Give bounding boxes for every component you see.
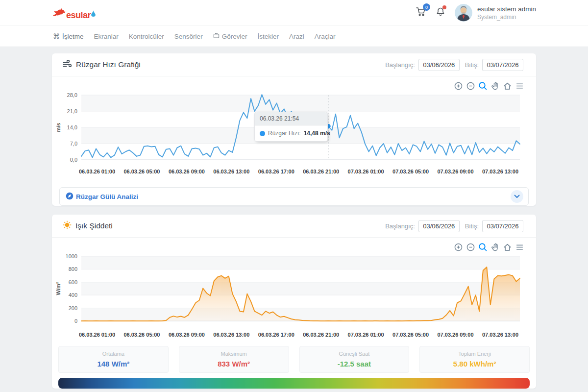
nav-item-arazi[interactable]: Arazi <box>288 33 305 40</box>
nav-item-ekranlar[interactable]: Ekranlar <box>93 33 120 40</box>
svg-text:06.03.26 13:00: 06.03.26 13:00 <box>213 169 249 174</box>
svg-text:06.03.26 09:00: 06.03.26 09:00 <box>169 169 205 174</box>
svg-text:06.03.26 01:00: 06.03.26 01:00 <box>79 169 115 174</box>
svg-text:0: 0 <box>74 318 77 324</box>
wind-end-date-input[interactable] <box>482 59 523 71</box>
nav-item-gorevler[interactable]: Görevler <box>212 32 248 40</box>
stat-gunesli-saat: Güneşli Saat -12.5 saat <box>299 346 410 373</box>
svg-text:W/m²: W/m² <box>55 282 61 295</box>
briefcase-icon <box>213 32 220 40</box>
svg-text:06.03.26 21:00: 06.03.26 21:00 <box>303 169 339 174</box>
svg-text:07.03.26 01:00: 07.03.26 01:00 <box>348 332 384 338</box>
menu-icon[interactable] <box>515 81 524 91</box>
user-menu[interactable]: esular sistem admin System_admin <box>455 4 536 22</box>
nav-item-sensorler[interactable]: Sensörler <box>173 33 204 40</box>
stat-gunesli-saat-value: -12.5 saat <box>338 360 371 368</box>
app-logo[interactable]: esular <box>52 6 96 20</box>
user-name: esular sistem admin <box>477 5 536 13</box>
svg-text:m/s: m/s <box>55 123 61 132</box>
avatar <box>455 4 472 22</box>
series-marker-dot <box>260 131 265 136</box>
selection-zoom-icon[interactable] <box>478 81 488 91</box>
stat-maksimum-value: 833 W/m² <box>218 360 250 368</box>
svg-text:06.03.26 05:00: 06.03.26 05:00 <box>123 332 160 338</box>
wind-start-date-input[interactable] <box>418 59 460 71</box>
nav-item-araclar[interactable]: Araçlar <box>314 33 337 40</box>
pan-icon[interactable] <box>490 243 500 252</box>
light-chart[interactable]: 10008006004002000W/m²06.03.26 01:0006.03… <box>52 252 536 342</box>
wind-rose-accordion[interactable]: Rüzgar Gülü Analizi <box>59 187 529 206</box>
wind-chart-area: 28,021,014,07,00,0m/s06.03.26 01:0006.03… <box>52 91 536 178</box>
zoom-in-icon[interactable] <box>454 243 463 252</box>
stat-toplam-enerji-value: 5.80 kWh/m² <box>453 360 496 368</box>
svg-text:06.03.26 01:00: 06.03.26 01:00 <box>79 332 115 338</box>
svg-text:07.03.26 09:00: 07.03.26 09:00 <box>437 169 473 174</box>
svg-text:600: 600 <box>69 279 77 285</box>
svg-text:06.03.26 17:00: 06.03.26 17:00 <box>258 332 294 338</box>
tooltip-series-label: Rüzgar Hızı: <box>268 130 301 137</box>
end-date-label: Bitiş: <box>465 61 479 69</box>
svg-text:14,0: 14,0 <box>67 124 77 130</box>
svg-text:06.03.26 21:00: 06.03.26 21:00 <box>303 332 339 338</box>
stat-maksimum: Maksimum 833 W/m² <box>179 346 289 373</box>
light-intensity-card: Işık Şiddeti Başlangıç: Bitiş: <box>52 215 536 389</box>
wind-rose-label: Rüzgar Gülü Analizi <box>76 193 138 200</box>
svg-text:0,0: 0,0 <box>70 157 77 163</box>
tooltip-value: 14,48 m/s <box>304 130 330 137</box>
svg-text:07.03.26 09:00: 07.03.26 09:00 <box>437 332 473 338</box>
selection-zoom-icon[interactable] <box>478 243 488 252</box>
zoom-in-icon[interactable] <box>454 81 463 91</box>
cart-button[interactable]: 0 <box>416 7 426 19</box>
nav-item-kontrolculer[interactable]: Kontrolcüler <box>128 33 165 40</box>
light-stats-row: Ortalama 148 W/m² Maksimum 833 W/m² Güne… <box>58 346 530 373</box>
light-chart-area: 10008006004002000W/m²06.03.26 01:0006.03… <box>52 252 536 342</box>
home-icon[interactable] <box>503 243 512 252</box>
wind-speed-card: Rüzgar Hızı Grafiği Başlangıç: Bitiş: <box>52 53 536 206</box>
stat-ortalama-value: 148 W/m² <box>97 360 129 368</box>
svg-text:07.03.26 13:00: 07.03.26 13:00 <box>482 169 518 174</box>
wind-icon <box>63 60 72 70</box>
menu-icon[interactable] <box>515 243 524 252</box>
user-role: System_admin <box>477 14 536 21</box>
chevron-down-icon[interactable] <box>511 190 523 203</box>
svg-text:1000: 1000 <box>66 253 77 259</box>
svg-text:06.03.26 09:00: 06.03.26 09:00 <box>169 332 205 338</box>
svg-text:200: 200 <box>69 305 77 311</box>
color-scale-bar <box>58 378 530 389</box>
pan-icon[interactable] <box>490 81 500 91</box>
sun-icon <box>63 220 72 231</box>
svg-text:400: 400 <box>69 292 77 298</box>
wind-chart-tooltip: 06.03.26 21:54 Rüzgar Hızı: 14,48 m/s <box>254 112 328 142</box>
start-date-label: Başlangıç: <box>385 222 415 230</box>
svg-text:06.03.26 13:00: 06.03.26 13:00 <box>213 332 249 338</box>
svg-text:800: 800 <box>69 266 77 272</box>
main-nav: ⌘ İşletme Ekranlar Kontrolcüler Sensörle… <box>0 25 588 47</box>
notifications-button[interactable] <box>436 7 445 19</box>
nav-item-isletme[interactable]: ⌘ İşletme <box>52 33 85 40</box>
home-icon[interactable] <box>503 81 512 91</box>
top-header: esular 0 <box>0 0 588 25</box>
svg-text:07.03.26 13:00: 07.03.26 13:00 <box>482 332 518 338</box>
nav-item-istekler[interactable]: İstekler <box>256 33 280 40</box>
svg-text:21,0: 21,0 <box>67 108 77 114</box>
svg-text:07.03.26 01:00: 07.03.26 01:00 <box>348 169 384 174</box>
svg-text:28,0: 28,0 <box>67 92 77 98</box>
stat-ortalama: Ortalama 148 W/m² <box>58 346 169 373</box>
light-end-date-input[interactable] <box>482 220 523 232</box>
light-chart-toolbar <box>52 238 536 252</box>
compass-icon <box>66 192 74 201</box>
light-start-date-input[interactable] <box>418 220 460 232</box>
cart-badge: 0 <box>423 3 430 11</box>
wind-card-title: Rüzgar Hızı Grafiği <box>63 60 141 70</box>
command-icon: ⌘ <box>53 33 60 40</box>
zoom-out-icon[interactable] <box>466 81 475 91</box>
zoom-out-icon[interactable] <box>466 243 475 252</box>
tooltip-time: 06.03.26 21:54 <box>255 112 327 125</box>
svg-text:7,0: 7,0 <box>70 141 77 147</box>
notification-dot <box>442 5 446 9</box>
start-date-label: Başlangıç: <box>385 61 415 69</box>
wind-chart-toolbar <box>52 76 536 91</box>
end-date-label: Bitiş: <box>465 222 479 230</box>
logo-text: esular <box>66 11 91 20</box>
logo-drop-icon <box>91 10 96 20</box>
